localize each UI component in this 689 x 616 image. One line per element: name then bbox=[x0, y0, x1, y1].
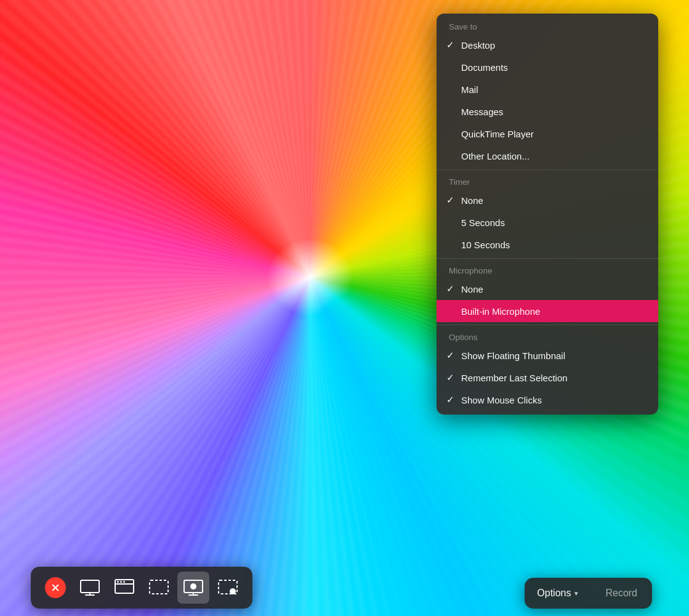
menu-item-other-location-text: Other Location... bbox=[461, 151, 646, 161]
capture-selection-button[interactable] bbox=[143, 572, 175, 604]
menu-item-quicktime[interactable]: QuickTime Player bbox=[437, 123, 658, 145]
menu-item-desktop-text: Desktop bbox=[461, 40, 646, 51]
divider-1 bbox=[437, 169, 658, 170]
menu-item-timer-none-text: None bbox=[461, 195, 646, 206]
menu-item-timer-5s-text: 5 Seconds bbox=[461, 217, 646, 228]
menu-item-other-location[interactable]: Other Location... bbox=[437, 145, 658, 167]
capture-screen-button[interactable] bbox=[74, 572, 106, 604]
record-button[interactable]: Record bbox=[590, 582, 652, 605]
record-selection-button[interactable] bbox=[212, 572, 244, 604]
menu-item-show-mouse-clicks[interactable]: ✓ Show Mouse Clicks bbox=[437, 389, 658, 411]
menu-item-desktop[interactable]: ✓ Desktop bbox=[437, 34, 658, 56]
toolbar bbox=[31, 567, 252, 609]
menu-item-mic-builtin-text: Built-in Microphone bbox=[461, 306, 646, 317]
menu-item-timer-10s-text: 10 Seconds bbox=[461, 240, 646, 250]
options-button[interactable]: Options ▾ bbox=[525, 582, 590, 605]
checkmark-show-floating-thumbnail: ✓ bbox=[446, 350, 461, 361]
chevron-down-icon: ▾ bbox=[574, 590, 578, 598]
divider-3 bbox=[437, 325, 658, 325]
menu-item-mic-builtin[interactable]: Built-in Microphone bbox=[437, 300, 658, 322]
menu-item-show-mouse-clicks-text: Show Mouse Clicks bbox=[461, 395, 646, 405]
svg-rect-0 bbox=[81, 580, 99, 593]
svg-point-6 bbox=[120, 581, 122, 583]
screen-icon bbox=[79, 577, 101, 599]
menu-item-mail-text: Mail bbox=[461, 84, 646, 95]
menu-item-remember-last-selection-text: Remember Last Selection bbox=[461, 373, 646, 383]
menu-item-timer-10s[interactable]: 10 Seconds bbox=[437, 233, 658, 256]
svg-point-14 bbox=[230, 588, 236, 594]
svg-rect-8 bbox=[150, 580, 168, 594]
bottom-right-buttons: Options ▾ Record bbox=[525, 578, 652, 609]
menu-item-mail[interactable]: Mail bbox=[437, 78, 658, 100]
menu-item-show-floating-thumbnail[interactable]: ✓ Show Floating Thumbnail bbox=[437, 344, 658, 367]
save-to-label: Save to bbox=[437, 17, 658, 34]
menu-item-mic-none-text: None bbox=[461, 284, 646, 294]
record-screen-icon bbox=[182, 577, 204, 599]
record-label: Record bbox=[605, 588, 637, 598]
divider-2 bbox=[437, 258, 658, 259]
options-label: Options bbox=[537, 588, 571, 599]
record-screen-button[interactable] bbox=[177, 572, 209, 604]
menu-item-messages[interactable]: Messages bbox=[437, 100, 658, 123]
dropdown-menu: Save to ✓ Desktop Documents Mail Message… bbox=[437, 14, 658, 415]
record-selection-icon bbox=[217, 577, 239, 599]
checkmark-desktop: ✓ bbox=[446, 39, 461, 51]
options-label: Options bbox=[437, 328, 658, 344]
close-button[interactable] bbox=[39, 572, 71, 604]
selection-icon bbox=[148, 577, 170, 599]
svg-point-10 bbox=[190, 583, 196, 590]
svg-point-5 bbox=[117, 581, 119, 583]
checkmark-remember-last-selection: ✓ bbox=[446, 372, 461, 383]
menu-item-messages-text: Messages bbox=[461, 107, 646, 117]
menu-item-quicktime-text: QuickTime Player bbox=[461, 129, 646, 139]
menu-item-timer-none[interactable]: ✓ None bbox=[437, 189, 658, 211]
menu-item-remember-last-selection[interactable]: ✓ Remember Last Selection bbox=[437, 367, 658, 389]
checkmark-timer-none: ✓ bbox=[446, 195, 461, 206]
window-icon bbox=[113, 577, 135, 599]
close-icon bbox=[45, 577, 66, 598]
svg-point-7 bbox=[123, 581, 125, 583]
timer-label: Timer bbox=[437, 172, 658, 189]
microphone-label: Microphone bbox=[437, 261, 658, 278]
menu-item-documents-text: Documents bbox=[461, 62, 646, 73]
menu-item-show-floating-thumbnail-text: Show Floating Thumbnail bbox=[461, 351, 646, 361]
menu-item-mic-none[interactable]: ✓ None bbox=[437, 278, 658, 300]
capture-window-button[interactable] bbox=[108, 572, 140, 604]
checkmark-show-mouse-clicks: ✓ bbox=[446, 394, 461, 405]
checkmark-mic-none: ✓ bbox=[446, 283, 461, 294]
menu-item-timer-5s[interactable]: 5 Seconds bbox=[437, 211, 658, 233]
menu-item-documents[interactable]: Documents bbox=[437, 56, 658, 78]
